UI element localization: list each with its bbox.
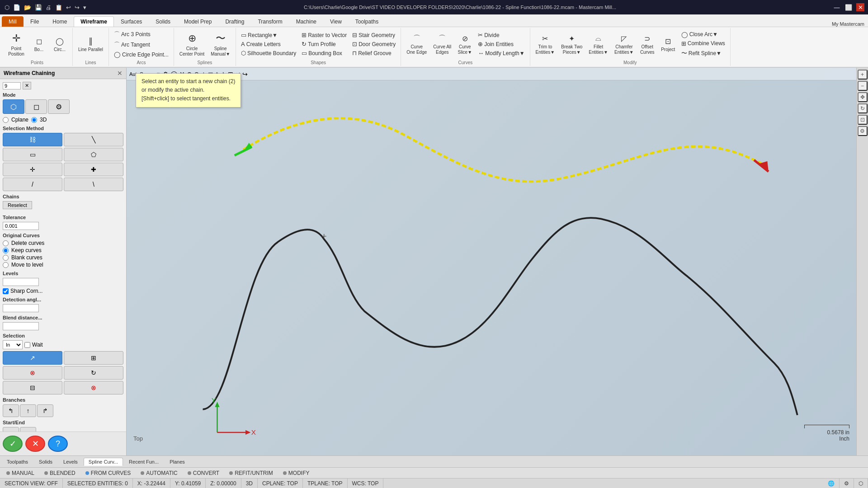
tab-solids[interactable]: Solids	[34, 458, 57, 466]
circle-center-button[interactable]: ◯ Circ...	[50, 34, 70, 54]
combine-views-button[interactable]: ⊞ Combine Views	[679, 39, 727, 48]
reselect-button[interactable]: Reselect	[3, 201, 32, 209]
silhouette-boundary-button[interactable]: ⬡ Silhouette Boundary	[239, 49, 298, 57]
rectangle-button[interactable]: ▭ Rectangle▼	[239, 31, 298, 39]
arc-tangent-button[interactable]: ⌒ Arc Tangent	[112, 40, 171, 50]
chaining-panel-close[interactable]: ✕	[117, 70, 123, 77]
sel-action-5[interactable]: ⊗	[64, 381, 123, 394]
redo-icon[interactable]: ↪	[74, 3, 80, 12]
nav-prev-button[interactable]: ⏭	[20, 427, 36, 432]
close-button[interactable]: ✕	[856, 3, 864, 11]
tab-solids[interactable]: Solids	[149, 16, 177, 27]
tab-file[interactable]: File	[24, 16, 46, 27]
rotate-button[interactable]: ↻	[858, 103, 868, 113]
tab-view[interactable]: View	[323, 16, 349, 27]
undo-icon[interactable]: ↩	[65, 3, 72, 12]
chain-number-input[interactable]	[3, 82, 21, 89]
ok-button[interactable]: ✓	[3, 436, 23, 452]
minimize-button[interactable]: —	[833, 3, 841, 11]
spline-tab-manual[interactable]: MANUAL	[2, 469, 39, 477]
fit-view-button[interactable]: ⊡	[858, 115, 868, 125]
tab-recent-fun[interactable]: Recent Fun...	[124, 458, 164, 466]
tab-wireframe[interactable]: Wireframe	[74, 16, 114, 27]
relief-groove-button[interactable]: ⊓ Relief Groove	[350, 49, 398, 57]
trim-entities-button[interactable]: ✂ Trim toEntities▼	[533, 32, 558, 56]
chamfer-entities-button[interactable]: ◸ ChamferEntities▼	[612, 32, 637, 56]
wait-checkbox[interactable]	[24, 342, 30, 348]
maximize-button[interactable]: ⬜	[844, 3, 853, 11]
bo-button[interactable]: ◻ Bo...	[29, 34, 49, 54]
help-button[interactable]: ?	[48, 436, 68, 452]
line-parallel-button[interactable]: ∥ Line Parallel	[75, 34, 106, 54]
door-geometry-button[interactable]: ⊡ Door Geometry	[350, 40, 398, 48]
tab-toolpaths[interactable]: Toolpaths	[349, 16, 385, 27]
nav-first-button[interactable]: ⏮	[3, 427, 19, 432]
break-two-pieces-button[interactable]: ✦ Break TwoPieces▼	[558, 32, 585, 56]
tab-levels[interactable]: Levels	[58, 458, 83, 466]
sel-action-3[interactable]: ↻	[64, 366, 123, 380]
spline-tab-automatic[interactable]: AUTOMATIC	[136, 469, 182, 477]
tab-planes[interactable]: Planes	[165, 458, 190, 466]
globe-icon-btn[interactable]: 🌐	[823, 479, 840, 488]
3d-radio[interactable]	[31, 117, 37, 123]
box-sel-button[interactable]: ▭	[3, 148, 62, 161]
curve-all-edges-button[interactable]: ⌒ Curve AllEdges	[430, 32, 454, 56]
arc-3-points-button[interactable]: ⌒ Arc 3 Points	[112, 29, 171, 39]
slash-fwd-button[interactable]: /	[3, 178, 62, 191]
more-icon[interactable]: ▾	[82, 3, 87, 12]
chain-sel-button[interactable]: ⛓	[3, 133, 62, 146]
slash-back-button[interactable]: \	[64, 178, 123, 191]
chain-close-btn[interactable]: ✕	[23, 82, 31, 89]
curve-one-edge-button[interactable]: ⌒ CurveOne Edge	[404, 32, 429, 56]
expand-icon-btn[interactable]: ⬡	[854, 479, 868, 488]
paste-icon[interactable]: 📋	[54, 3, 63, 12]
stair-geometry-button[interactable]: ⊟ Stair Geometry	[350, 31, 398, 39]
spline-tab-refit-untrim[interactable]: REFIT/UNTRIM	[225, 469, 278, 477]
fillet-entities-button[interactable]: ⌓ FilletEntities▼	[586, 32, 611, 56]
cplane-radio[interactable]	[3, 117, 9, 123]
sel-action-1[interactable]: ↗	[3, 351, 62, 365]
turn-profile-button[interactable]: ↻ Turn Profile	[299, 40, 349, 48]
zoom-out-button[interactable]: −	[858, 81, 868, 91]
tab-mill[interactable]: Mill	[2, 16, 24, 27]
new-icon[interactable]: 📄	[12, 3, 21, 12]
create-letters-button[interactable]: A Create Letters	[239, 40, 298, 48]
zoom-in-button[interactable]: +	[858, 70, 868, 80]
save-icon[interactable]: 💾	[34, 3, 43, 12]
join-entities-button[interactable]: ⊕ Join Entities	[476, 40, 527, 48]
tab-transform[interactable]: Transform	[251, 16, 289, 27]
point-position-button[interactable]: ✛ PointPosition	[5, 30, 28, 58]
levels-input[interactable]	[3, 278, 39, 286]
spline-tab-blended[interactable]: BLENDED	[40, 469, 80, 477]
keep-curves-radio[interactable]	[3, 248, 9, 253]
curve-slice-button[interactable]: ⊘ CurveSlice▼	[455, 32, 475, 56]
settings-icon-btn[interactable]: ⚙	[840, 479, 854, 488]
tab-home[interactable]: Home	[46, 16, 74, 27]
spline-tab-modify[interactable]: MODIFY	[278, 469, 314, 477]
print-icon[interactable]: 🖨	[45, 3, 52, 12]
sel-action-2[interactable]: ⊞	[64, 351, 123, 365]
project-button[interactable]: ⊡ Project	[658, 34, 678, 54]
spline-tab-from-curves[interactable]: FROM CURVES	[81, 469, 135, 477]
mode-settings-button[interactable]: ⚙	[48, 99, 70, 114]
modify-length-button[interactable]: ↔ Modify Length▼	[476, 49, 527, 57]
single-sel-button[interactable]: ╲	[64, 133, 123, 146]
refit-spline-button[interactable]: 〜 Refit Spline▼	[679, 48, 727, 58]
tab-model-prep[interactable]: Model Prep	[177, 16, 218, 27]
sel-action-stop[interactable]: ⊗	[3, 366, 62, 380]
tab-surfaces[interactable]: Surfaces	[114, 16, 149, 27]
raster-to-vector-button[interactable]: ⊞ Raster to Vector	[299, 31, 349, 39]
branch-mid-button[interactable]: ↑	[20, 404, 36, 417]
vp-icon-12[interactable]: ↪	[242, 70, 248, 78]
circle-edge-button[interactable]: ◯ Circle Edge Point...	[112, 50, 171, 59]
mode-2d-button[interactable]: ⬡	[3, 99, 24, 114]
circle-center-point-button[interactable]: ⊕ CircleCenter Point	[177, 30, 208, 58]
tab-machine[interactable]: Machine	[289, 16, 323, 27]
tab-drafting[interactable]: Drafting	[218, 16, 251, 27]
sharp-corners-checkbox[interactable]	[3, 288, 9, 294]
tab-spline-curv[interactable]: Spline Curv...	[84, 458, 123, 466]
divide-button[interactable]: ✂ Divide	[476, 31, 527, 39]
pan-button[interactable]: ✥	[858, 92, 868, 102]
spline-tab-convert[interactable]: CONVERT	[183, 469, 224, 477]
tolerance-input[interactable]	[3, 222, 39, 230]
